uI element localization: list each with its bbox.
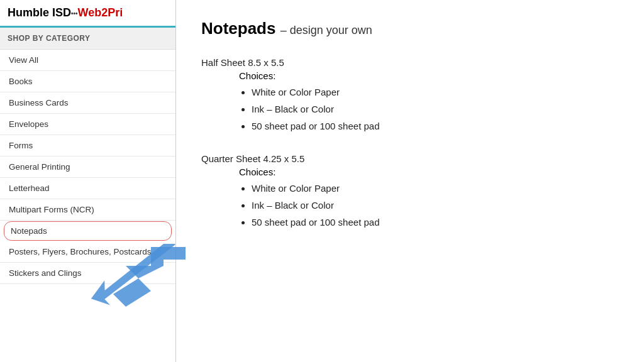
page-subtitle: – design your own	[280, 24, 372, 36]
list-item: White or Color Paper	[252, 180, 619, 197]
list-item: 50 sheet pad or 100 sheet pad	[252, 214, 619, 231]
list-item: White or Color Paper	[252, 84, 619, 101]
sidebar-item-letterhead[interactable]: Letterhead	[0, 178, 175, 199]
section-half-sheet: Half Sheet 8.5 x 5.5Choices:White or Col…	[201, 57, 619, 134]
list-item: 50 sheet pad or 100 sheet pad	[252, 118, 619, 134]
section-heading-quarter-sheet: Quarter Sheet 4.25 x 5.5	[201, 153, 619, 164]
logo: Humble ISD•••Web2Pri	[8, 6, 123, 19]
list-item: Ink – Black or Color	[252, 101, 619, 118]
sidebar-header: Humble ISD•••Web2Pri	[0, 0, 175, 28]
sidebar-item-forms[interactable]: Forms	[0, 135, 175, 156]
section-heading-half-sheet: Half Sheet 8.5 x 5.5	[201, 57, 619, 68]
sidebar-item-multipart-forms[interactable]: Multipart Forms (NCR)	[0, 199, 175, 221]
section-quarter-sheet: Quarter Sheet 4.25 x 5.5Choices:White or…	[201, 153, 619, 231]
list-item: Ink – Black or Color	[252, 197, 619, 214]
page-title-text: Notepads	[201, 19, 275, 38]
main-content: Notepads – design your own Half Sheet 8.…	[176, 0, 644, 362]
sidebar-item-posters-flyers[interactable]: Posters, Flyers, Brochures, Postcards	[0, 241, 175, 263]
sidebar-item-general-printing[interactable]: General Printing	[0, 156, 175, 178]
page-title: Notepads – design your own	[201, 19, 619, 38]
sidebar-item-books[interactable]: Books	[0, 71, 175, 92]
sidebar-item-stickers-clings[interactable]: Stickers and Clings	[0, 263, 175, 284]
logo-dots: •••	[71, 10, 78, 17]
sidebar-item-envelopes[interactable]: Envelopes	[0, 114, 175, 135]
choices-label-half-sheet: Choices:	[239, 70, 619, 81]
sidebar-item-business-cards[interactable]: Business Cards	[0, 92, 175, 114]
logo-prefix: Humble ISD	[8, 6, 71, 19]
choices-label-quarter-sheet: Choices:	[239, 167, 619, 177]
nav-items: View AllBooksBusiness CardsEnvelopesForm…	[0, 50, 175, 284]
category-heading: SHOP BY CATEGORY	[0, 28, 175, 50]
sidebar: Humble ISD•••Web2Pri SHOP BY CATEGORY Vi…	[0, 0, 176, 362]
logo-web2: Web2Pri	[78, 6, 123, 19]
sidebar-item-view-all[interactable]: View All	[0, 50, 175, 71]
bullet-list-quarter-sheet: White or Color PaperInk – Black or Color…	[252, 180, 619, 231]
bullet-list-half-sheet: White or Color PaperInk – Black or Color…	[252, 84, 619, 134]
sidebar-item-notepads[interactable]: Notepads	[4, 221, 172, 241]
sections-container: Half Sheet 8.5 x 5.5Choices:White or Col…	[201, 57, 619, 231]
